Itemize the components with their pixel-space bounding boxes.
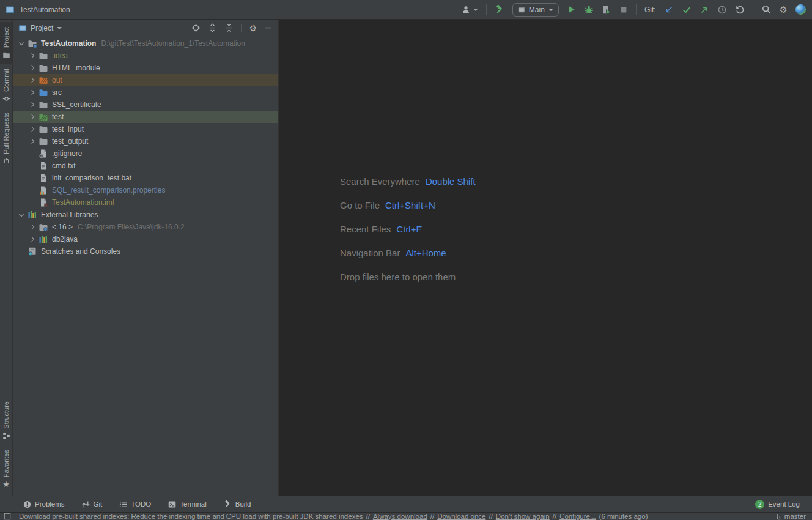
tree-item-test-output[interactable]: test_output — [13, 135, 278, 147]
dont-show-again-link[interactable]: Don't show again — [496, 513, 550, 520]
shortcut-keys: Alt+Home — [405, 248, 446, 258]
chevron-right-icon[interactable] — [28, 52, 36, 60]
git-update-icon[interactable] — [664, 5, 674, 15]
git-push-icon[interactable] — [699, 5, 709, 15]
shortcut-keys: Ctrl+Shift+N — [385, 200, 435, 210]
chevron-down-icon[interactable] — [17, 40, 25, 48]
panel-settings-gear-icon[interactable]: ⚙ — [249, 23, 257, 33]
run-configuration-select[interactable]: Main — [512, 3, 559, 17]
event-log-button[interactable]: 2 Event Log — [755, 500, 800, 509]
tool-button-git[interactable]: Git — [82, 500, 103, 508]
tree-item-scratches-and-consoles[interactable]: Scratches and Consoles — [13, 245, 278, 258]
git-branch-widget[interactable]: master — [775, 513, 806, 520]
expand-all-icon[interactable] — [208, 23, 217, 32]
editor-area[interactable]: Search EverywhereDouble Shift Go to File… — [279, 20, 812, 496]
chevron-spacer — [28, 150, 36, 158]
chevron-right-icon[interactable] — [28, 64, 36, 72]
tree-item-jdk-16[interactable]: < 16 > C:\Program Files\Java\jdk-16.0.2 — [13, 221, 278, 233]
editor-shortcut-hints: Search EverywhereDouble Shift Go to File… — [340, 176, 476, 295]
tree-item-init-comparison-test-bat[interactable]: init_comparison_test.bat — [13, 172, 278, 184]
run-with-coverage-icon[interactable] — [602, 5, 611, 15]
status-bar: Download pre-built shared indexes: Reduc… — [0, 512, 812, 520]
status-age: (6 minutes ago) — [599, 513, 648, 520]
chevron-right-icon[interactable] — [28, 89, 36, 97]
tree-item-label: init_comparison_test.bat — [52, 174, 131, 182]
tree-item-gitignore[interactable]: .gitignore — [13, 147, 278, 160]
tool-button-terminal[interactable]: Terminal — [168, 500, 206, 508]
tree-item-label: cmd.txt — [52, 162, 76, 170]
tree-item-testautomation-iml[interactable]: TestAutomation.iml — [13, 196, 278, 209]
toolbar-separator — [753, 4, 753, 15]
tree-item-out[interactable]: out — [13, 74, 278, 86]
tree-item-html-module[interactable]: HTML_module — [13, 62, 278, 74]
jdk-folder-icon — [39, 222, 48, 232]
shortcut-label: Recent Files — [340, 224, 391, 234]
project-view-icon — [18, 24, 27, 32]
tree-item-test[interactable]: test — [13, 111, 278, 123]
stripe-item-commit[interactable]: Commit — [0, 64, 12, 108]
profile-sphere-icon[interactable] — [795, 4, 806, 15]
gitignore-file-icon — [39, 149, 48, 158]
tree-item-testautomation[interactable]: TestAutomation D:\gitTest\TestAutomation… — [13, 37, 278, 50]
stripe-item-pull-requests[interactable]: Pull Requests — [0, 108, 12, 170]
bottom-tool-window-bar: Problems Git TODO Terminal Build 2 Event… — [0, 496, 812, 512]
tree-item-test-input[interactable]: test_input — [13, 123, 278, 135]
chevron-right-icon[interactable] — [28, 125, 36, 133]
download-once-link[interactable]: Download once — [437, 513, 485, 520]
hide-panel-icon[interactable] — [264, 24, 272, 32]
tool-window-switcher-icon[interactable] — [4, 513, 11, 520]
git-commit-check-icon[interactable] — [682, 5, 692, 15]
tree-item-src[interactable]: src — [13, 86, 278, 98]
stripe-item-project[interactable]: Project — [0, 22, 12, 64]
locate-icon[interactable] — [191, 23, 201, 32]
tree-item-cmd-txt[interactable]: cmd.txt — [13, 160, 278, 172]
build-hammer-icon[interactable] — [495, 5, 504, 15]
tree-item-label: SSL_certificate — [52, 100, 102, 109]
stripe-item-structure[interactable]: Structure — [0, 396, 12, 445]
shortcut-label: Navigation Bar — [340, 248, 400, 258]
tree-item-path: C:\Program Files\Java\jdk-16.0.2 — [78, 223, 185, 231]
debug-bug-icon[interactable] — [584, 5, 594, 15]
tree-item-ssl-certificate[interactable]: SSL_certificate — [13, 98, 278, 111]
stop-icon[interactable] — [619, 6, 628, 14]
folder-icon — [39, 100, 48, 110]
problems-icon — [23, 500, 31, 508]
rollback-icon[interactable] — [735, 5, 745, 15]
project-panel-title[interactable]: Project — [31, 24, 53, 32]
chevron-down-icon[interactable] — [57, 27, 62, 29]
chevron-down-icon[interactable] — [17, 211, 25, 219]
tree-item-idea[interactable]: .idea — [13, 50, 278, 62]
drop-files-hint: Drop files here to open them — [340, 272, 476, 284]
user-profile-button[interactable] — [462, 5, 478, 15]
configure-link[interactable]: Configure... — [559, 513, 596, 520]
always-download-link[interactable]: Always download — [373, 513, 427, 520]
tree-item-path: D:\gitTest\TestAutomation_1\TestAutomati… — [101, 39, 245, 48]
folder-icon — [39, 51, 48, 61]
chevron-right-icon[interactable] — [28, 138, 36, 146]
tool-button-build[interactable]: Build — [224, 500, 251, 508]
title-bar: TestAutomation Main Git: ⚙ — [0, 0, 812, 20]
chevron-right-icon[interactable] — [28, 223, 36, 231]
chevron-right-icon[interactable] — [28, 101, 36, 109]
settings-gear-icon[interactable]: ⚙ — [780, 5, 788, 15]
search-icon[interactable] — [761, 4, 772, 15]
run-icon[interactable] — [567, 5, 576, 14]
tool-button-label: Build — [235, 500, 251, 508]
shortcut-label: Search Everywhere — [340, 176, 420, 187]
tool-button-problems[interactable]: Problems — [23, 500, 65, 508]
collapse-all-icon[interactable] — [224, 23, 234, 32]
chevron-spacer — [28, 187, 36, 195]
tree-item-external-libraries[interactable]: External Libraries — [13, 209, 278, 221]
tool-button-todo[interactable]: TODO — [119, 500, 151, 508]
stripe-item-favorites[interactable]: Favorites ★ — [0, 445, 12, 493]
favorites-star-icon: ★ — [2, 480, 10, 488]
tree-item-db2java[interactable]: db2java — [13, 233, 278, 245]
text-file-icon — [39, 161, 48, 171]
chevron-right-icon[interactable] — [28, 76, 36, 84]
shortcut-keys: Ctrl+E — [396, 224, 422, 234]
history-clock-icon[interactable] — [717, 5, 727, 15]
chevron-right-icon[interactable] — [28, 113, 36, 121]
tree-item-sql-result-comparison-properties[interactable]: SQL_result_comparison.properties — [13, 184, 278, 196]
chevron-right-icon[interactable] — [28, 236, 36, 243]
project-folder-icon — [2, 51, 10, 59]
